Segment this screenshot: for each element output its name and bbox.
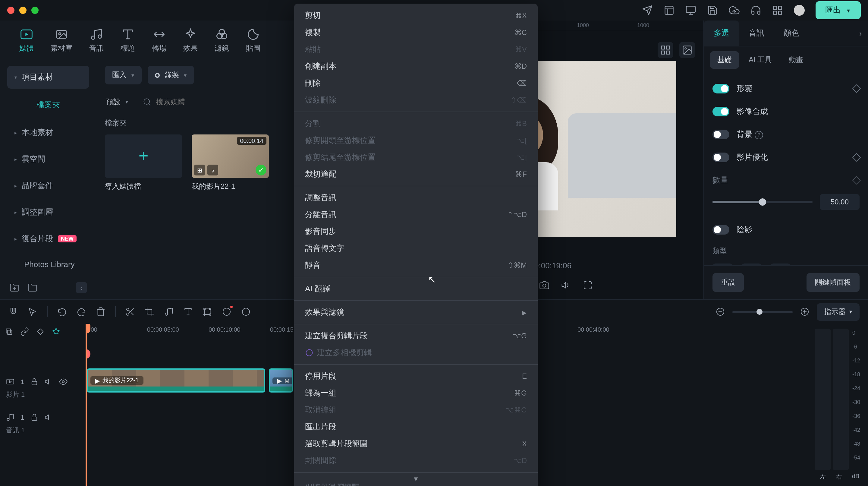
tab-effect[interactable]: 效果	[175, 25, 206, 60]
delete-icon[interactable]	[96, 307, 105, 316]
record-dropdown[interactable]: 錄製▾	[148, 66, 194, 84]
inspector-sub-anim[interactable]: 動畫	[781, 51, 810, 69]
marker-tool-icon[interactable]	[52, 327, 60, 336]
keyframe-diamond[interactable]	[852, 84, 861, 93]
context-menu-item[interactable]: 效果與濾鏡▶	[294, 304, 538, 321]
export-button[interactable]: 匯出 ▾	[815, 1, 861, 19]
avatar[interactable]	[794, 5, 805, 16]
fullscreen-icon[interactable]	[583, 280, 592, 290]
send-icon[interactable]	[642, 5, 653, 16]
context-menu-item[interactable]: 剪切⌘X	[294, 7, 538, 24]
save-icon[interactable]	[707, 5, 718, 16]
sort-dropdown[interactable]: 預設▾	[105, 94, 130, 110]
snapshot-icon[interactable]	[539, 280, 549, 290]
context-menu-item[interactable]: 複製⌘C	[294, 24, 538, 41]
chevron-right-icon[interactable]: ›	[853, 29, 868, 38]
record-tool-icon[interactable]	[222, 307, 231, 316]
context-menu-more[interactable]: ▼	[294, 474, 538, 484]
mute-icon[interactable]	[44, 377, 53, 386]
eye-icon[interactable]	[59, 377, 67, 386]
media-clip-tile[interactable]: 00:00:14 ⊞ ♪ ✓ 我的影片22-1	[192, 134, 269, 192]
indicator-dropdown[interactable]: 指示器▾	[817, 303, 860, 321]
tab-title[interactable]: 標題	[112, 25, 144, 60]
tab-media[interactable]: 媒體	[11, 25, 42, 60]
minimize-window[interactable]	[19, 7, 27, 14]
import-media-tile[interactable]: + 導入媒體檔	[105, 134, 182, 192]
sidebar-item-adjust[interactable]: ▸調整圖層	[7, 201, 89, 224]
context-menu-item[interactable]: 停用片段E	[294, 368, 538, 385]
context-menu-item[interactable]: 分離音訊⌃⌥D	[294, 206, 538, 223]
collapse-sidebar[interactable]: ‹	[76, 282, 87, 293]
inspector-sub-ai[interactable]: AI 工具	[741, 51, 779, 69]
color-icon[interactable]	[241, 307, 251, 316]
inspector-tab-multi[interactable]: 多選	[704, 21, 739, 46]
tag-icon[interactable]	[36, 327, 44, 336]
quantity-value[interactable]: 50.00	[820, 194, 860, 210]
magnet-icon[interactable]	[8, 307, 18, 316]
monitor-icon[interactable]	[685, 5, 696, 16]
sidebar-item-brand[interactable]: ▸品牌套件	[7, 174, 89, 197]
context-menu-item[interactable]: 建立複合剪輯片段⌥G	[294, 327, 538, 344]
timeline-clip-2[interactable]: ▶M	[269, 368, 293, 393]
close-window[interactable]	[7, 7, 14, 14]
help-icon[interactable]: ?	[755, 131, 763, 139]
layers-icon[interactable]	[5, 327, 13, 336]
tab-stock[interactable]: 素材庫	[42, 25, 81, 60]
toggle-transform[interactable]	[712, 84, 730, 93]
headphones-icon[interactable]	[750, 5, 761, 16]
zoom-in-icon[interactable]	[800, 307, 809, 316]
cloud-icon[interactable]	[729, 5, 740, 16]
context-menu-item[interactable]: 創建副本⌘D	[294, 58, 538, 75]
link-icon[interactable]	[21, 327, 29, 336]
volume-icon[interactable]	[561, 280, 571, 290]
image-view-icon[interactable]	[679, 42, 695, 58]
redo-icon[interactable]	[76, 307, 86, 316]
lock-icon[interactable]	[30, 377, 38, 386]
sidebar-item-project[interactable]: ▾項目素材	[7, 66, 89, 89]
context-menu-item[interactable]: 歸為一組⌘G	[294, 385, 538, 402]
inspector-sub-basic[interactable]: 基礎	[710, 51, 739, 69]
toggle-shadow[interactable]	[712, 225, 730, 235]
new-folder-icon[interactable]	[10, 283, 19, 293]
toggle-background[interactable]	[712, 130, 730, 139]
context-menu-item[interactable]: 裁切適配⌘F	[294, 166, 538, 183]
text-icon[interactable]	[183, 307, 193, 316]
timeline-clip-1[interactable]: ▶我的影片22-1	[87, 368, 265, 393]
reset-button[interactable]: 重設	[712, 273, 744, 292]
undo-icon[interactable]	[57, 307, 67, 316]
context-menu-item[interactable]: AI 翻譯	[294, 280, 538, 297]
lock-icon[interactable]	[30, 413, 38, 422]
toggle-composite[interactable]	[712, 107, 730, 116]
context-menu-item[interactable]: 匯出片段	[294, 419, 538, 435]
split-icon[interactable]	[125, 307, 135, 316]
sidebar-item-local[interactable]: ▸本地素材	[7, 121, 89, 144]
keyframe-panel-button[interactable]: 關鍵幀面板	[807, 273, 860, 292]
inspector-tab-color[interactable]: 顏色	[774, 21, 809, 46]
apps-icon[interactable]	[772, 5, 783, 16]
inspector-tab-audio[interactable]: 音訊	[739, 21, 774, 46]
crop-icon[interactable]	[145, 307, 154, 316]
context-menu-item[interactable]: 靜音⇧⌘M	[294, 257, 538, 274]
transform-icon[interactable]	[203, 307, 212, 316]
context-menu-item[interactable]: 選取剪輯片段範圍X	[294, 435, 538, 452]
cursor-icon[interactable]	[28, 307, 37, 316]
context-menu-item[interactable]: 影音同步	[294, 223, 538, 240]
music-note-icon[interactable]	[164, 307, 174, 316]
context-menu-item[interactable]: 刪除⌫	[294, 75, 538, 92]
maximize-window[interactable]	[31, 7, 38, 14]
keyframe-diamond[interactable]	[852, 153, 861, 161]
playhead[interactable]	[86, 324, 87, 486]
tab-sticker[interactable]: 貼圖	[238, 25, 269, 60]
context-menu-item[interactable]: 語音轉文字	[294, 240, 538, 257]
toggle-optimize[interactable]	[712, 153, 730, 162]
folder-icon[interactable]	[28, 283, 37, 293]
sidebar-item-compound[interactable]: ▸復合片段NEW	[7, 227, 89, 250]
tab-audio[interactable]: 音訊	[81, 25, 112, 60]
tab-filter[interactable]: 濾鏡	[206, 25, 238, 60]
quantity-slider[interactable]	[712, 201, 812, 203]
zoom-out-icon[interactable]	[715, 307, 725, 316]
mute-icon[interactable]	[44, 413, 53, 422]
grid-view-icon[interactable]	[658, 42, 673, 58]
zoom-slider[interactable]	[733, 311, 793, 313]
sidebar-item-folder[interactable]: 檔案夾	[7, 92, 89, 118]
